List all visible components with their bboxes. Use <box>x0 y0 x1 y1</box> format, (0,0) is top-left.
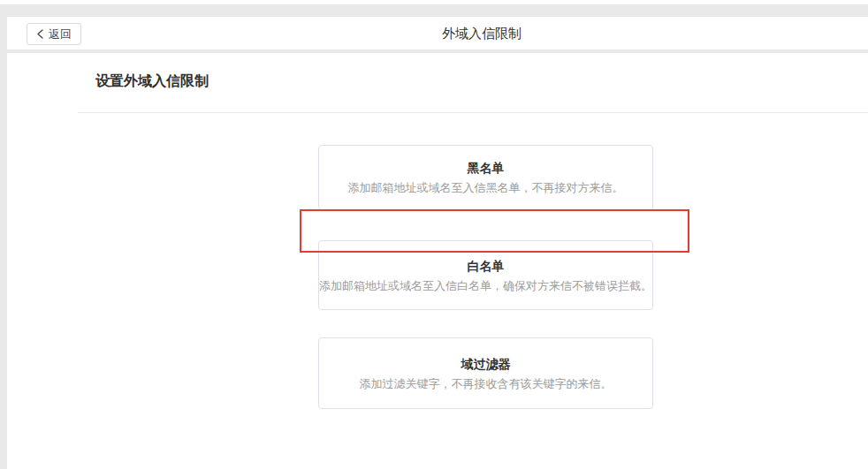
back-button-label: 返回 <box>49 28 72 40</box>
back-button[interactable]: 返回 <box>27 23 81 45</box>
card-whitelist-description: 添加邮箱地址或域名至入信白名单，确保对方来信不被错误拦截。 <box>319 279 652 292</box>
card-blacklist-description: 添加邮箱地址或域名至入信黑名单，不再接对方来信。 <box>348 181 624 194</box>
card-blacklist[interactable]: 黑名单 添加邮箱地址或域名至入信黑名单，不再接对方来信。 <box>318 145 653 210</box>
page-top-strip <box>0 0 868 4</box>
card-domain-filter-description: 添加过滤关键字，不再接收含有该关键字的来信。 <box>360 377 613 390</box>
chevron-left-icon <box>36 29 44 39</box>
card-whitelist[interactable]: 白名单 添加邮箱地址或域名至入信白名单，确保对方来信不被错误拦截。 <box>318 240 653 310</box>
section-divider <box>78 112 868 113</box>
section-title: 设置外域入信限制 <box>95 72 209 90</box>
header-bar: 返回 外域入信限制 <box>7 17 868 49</box>
page-title: 外域入信限制 <box>95 17 868 49</box>
card-whitelist-title: 白名单 <box>468 259 505 273</box>
card-blacklist-title: 黑名单 <box>468 161 505 175</box>
card-domain-filter[interactable]: 域过滤器 添加过滤关键字，不再接收含有该关键字的来信。 <box>318 337 653 409</box>
content-panel: 设置外域入信限制 黑名单 添加邮箱地址或域名至入信黑名单，不再接对方来信。 白名… <box>7 53 868 469</box>
card-domain-filter-title: 域过滤器 <box>461 357 511 371</box>
